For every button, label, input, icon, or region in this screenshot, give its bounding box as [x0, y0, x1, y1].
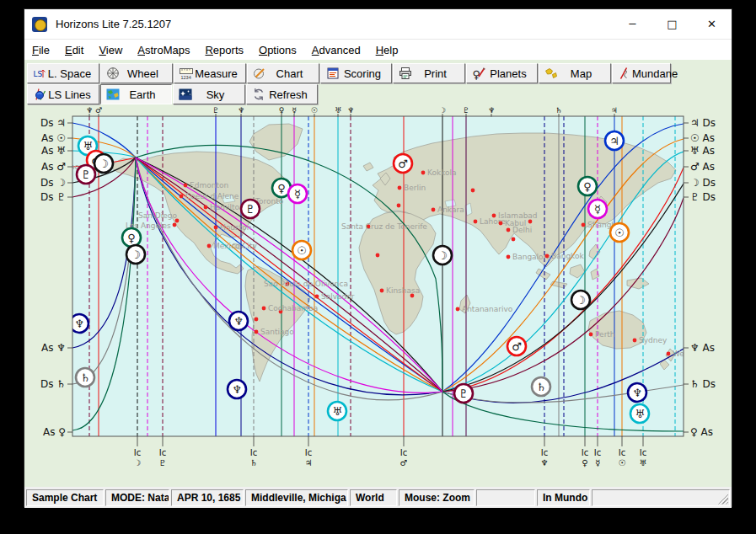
edge-label-ic: Ic — [305, 448, 312, 457]
toolbar: LSL. SpaceWheel1234MeasureChartScoringPr… — [24, 60, 732, 105]
planet-marker-glyph: ♅ — [83, 140, 93, 152]
menu-item-options[interactable]: Options — [251, 41, 304, 59]
city-label: Santiago — [260, 328, 294, 336]
edge-label-ic: Ic — [250, 448, 257, 457]
city-dot — [633, 339, 637, 343]
planet-marker-glyph: ♄ — [536, 381, 546, 393]
city-dot — [432, 208, 436, 212]
toolbar-button-earth[interactable]: Earth — [100, 84, 172, 104]
city-dot — [456, 307, 460, 312]
toolbar-button-sky[interactable]: Sky — [173, 84, 245, 104]
toolbar-button-measure[interactable]: 1234Measure — [174, 63, 246, 83]
line-space-icon: LS — [32, 67, 47, 80]
edge-label-ic-glyph: ♇ — [159, 458, 167, 467]
edge-label-ic-glyph: ♂ — [400, 458, 408, 467]
toolbar-button-label: Wheel — [121, 67, 172, 80]
toolbar-button-label: Sky — [193, 88, 244, 101]
planet-marker-glyph: ♂ — [398, 158, 408, 170]
app-icon — [32, 17, 47, 32]
edge-label-ic: Ic — [619, 448, 625, 457]
planet-marker-glyph: ☽ — [437, 249, 448, 262]
edge-label-ic: Ic — [541, 448, 548, 457]
toolbar-button-label: LS Lines — [47, 88, 99, 101]
edge-label-top: ☿ — [292, 106, 297, 115]
menu-item-file[interactable]: File — [24, 41, 57, 59]
city-dot — [667, 352, 671, 356]
chart-icon — [252, 67, 267, 80]
edge-label-left: As ♆ — [41, 342, 66, 354]
menu-item-reports[interactable]: Reports — [197, 41, 251, 59]
title-bar: Horizons Lite 7.25.1207 ─ □ ✕ — [24, 9, 732, 40]
edge-label-top: ♅ — [335, 106, 341, 115]
menu-item-advanced[interactable]: Advanced — [304, 41, 368, 59]
toolbar-button-l-space[interactable]: LSL. Space — [27, 63, 99, 83]
menu-item-view[interactable]: View — [91, 41, 130, 59]
planet-marker-glyph: ♅ — [635, 408, 645, 420]
edge-label-ic: Ic — [400, 448, 407, 457]
toolbar-button-label: Print — [413, 67, 464, 80]
edge-label-ic-glyph: ☽ — [134, 458, 142, 467]
ls-lines-icon — [32, 88, 47, 101]
edge-label-ic: Ic — [582, 448, 588, 457]
astro-map-area[interactable]: AnchorageEdmontonCoeur d'AleneHamiltonTo… — [24, 105, 733, 487]
toolbar-button-print[interactable]: Print — [393, 63, 465, 83]
refresh-icon — [251, 88, 266, 101]
city-label: Kinshasa — [386, 286, 420, 295]
edge-label-right: ♄ Ds — [690, 378, 716, 390]
edge-label-ic-glyph: ♄ — [250, 458, 258, 467]
city-label: Salvador — [321, 292, 355, 301]
edge-label-ic: Ic — [640, 448, 646, 457]
edge-label-top: ♇ — [212, 106, 219, 115]
planet-marker-glyph: ♆ — [232, 383, 242, 396]
maximize-button[interactable]: □ — [652, 9, 692, 40]
city-label: Delhi — [512, 226, 532, 234]
menu-item-astromaps[interactable]: AstroMaps — [130, 41, 197, 59]
map-icon — [544, 67, 559, 80]
city-dot — [380, 289, 384, 293]
toolbar-button-map[interactable]: Map — [539, 63, 611, 83]
wheel-icon — [105, 67, 121, 80]
resize-grip[interactable] — [716, 493, 728, 505]
edge-label-left: As ♂ — [41, 161, 66, 173]
print-icon — [398, 67, 413, 80]
toolbar-button-ls-lines[interactable]: LS Lines — [27, 84, 99, 104]
status-panel-6: Mouse: Zoom — [399, 489, 475, 506]
city-label: Perth — [595, 330, 615, 339]
edge-label-right: ☉ As — [690, 132, 715, 144]
planet-marker-glyph: ♅ — [332, 405, 342, 418]
toolbar-button-chart[interactable]: Chart — [247, 63, 319, 83]
menu-item-edit[interactable]: Edit — [57, 41, 91, 59]
edge-label-ic: Ic — [159, 448, 166, 457]
toolbar-button-scoring[interactable]: Scoring — [320, 63, 392, 83]
menu-item-help[interactable]: Help — [368, 41, 406, 59]
city-dot — [512, 238, 516, 242]
city-dot — [421, 171, 426, 175]
city-label: Ankara — [437, 206, 464, 214]
edge-label-top: ♆ — [347, 106, 354, 115]
close-button[interactable]: ✕ — [692, 9, 732, 40]
edge-label-top: ☉ — [311, 106, 318, 115]
edge-label-ic-glyph: ♃ — [305, 458, 313, 467]
planet-marker-glyph: ☉ — [297, 244, 307, 257]
planet-marker-glyph: ☉ — [614, 227, 625, 239]
status-panel-9 — [592, 489, 730, 506]
city-label: Houston — [220, 223, 251, 232]
toolbar-button-label: Earth — [121, 88, 171, 101]
status-panel-5: World — [350, 489, 397, 506]
planet-marker-glyph: ♆ — [632, 387, 642, 399]
svg-text:1234: 1234 — [181, 75, 191, 80]
city-label: Santa Cruz de Tenerife — [341, 222, 427, 231]
toolbar-button-label: Refresh — [266, 88, 317, 101]
status-panel-4: Middleville, Michiga — [245, 489, 348, 506]
toolbar-button-planets[interactable]: ♀Planets — [466, 63, 538, 83]
toolbar-button-refresh[interactable]: Refresh — [246, 84, 318, 104]
minimize-button[interactable]: ─ — [613, 9, 652, 40]
city-dot — [545, 254, 550, 259]
world-map[interactable]: AnchorageEdmontonCoeur d'AleneHamiltonTo… — [24, 105, 733, 487]
city-label: Coeur d'Alene — [185, 192, 239, 200]
toolbar-button-mundane[interactable]: Mundane — [612, 63, 671, 83]
status-bar: Sample ChartMODE: NatalAPR 10, 1685Middl… — [24, 487, 732, 508]
toolbar-button-wheel[interactable]: Wheel — [100, 63, 173, 83]
planet-marker-glyph: ☿ — [294, 188, 301, 200]
edge-label-ic-glyph: ☿ — [595, 458, 600, 467]
